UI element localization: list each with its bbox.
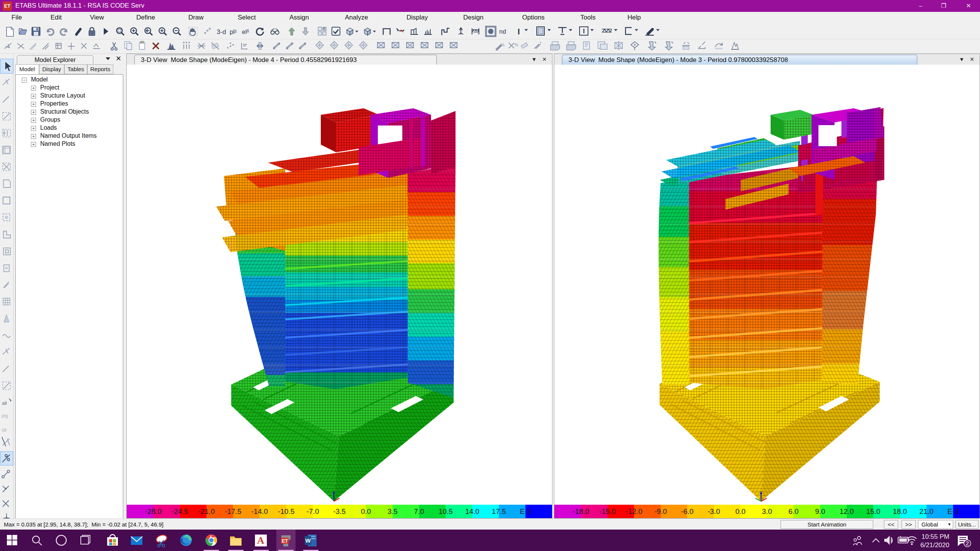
svg-text:nd: nd — [499, 28, 506, 35]
svg-text:-9.0: -9.0 — [654, 507, 667, 515]
svg-text:10.5: 10.5 — [439, 507, 453, 515]
svg-text:3.5: 3.5 — [387, 507, 397, 515]
svg-text:ET: ET — [282, 538, 288, 544]
svg-text:-24.5: -24.5 — [172, 507, 188, 515]
svg-text:-7.0: -7.0 — [307, 507, 319, 515]
svg-text:-15.0: -15.0 — [599, 507, 616, 515]
svg-text:-18.0: -18.0 — [573, 507, 589, 515]
svg-text:-3.5: -3.5 — [333, 507, 346, 515]
svg-text:-10.5: -10.5 — [278, 507, 294, 515]
svg-text:clr: clr — [2, 427, 7, 433]
svg-text:17.5: 17.5 — [492, 507, 506, 515]
svg-text:A: A — [257, 535, 265, 546]
svg-text:E-3: E-3 — [947, 507, 959, 515]
svg-text:0.0: 0.0 — [361, 507, 371, 515]
svg-text:-21.0: -21.0 — [198, 507, 215, 515]
svg-text:W: W — [305, 537, 311, 544]
svg-text:9.0: 9.0 — [815, 507, 825, 515]
svg-text:%: % — [514, 42, 518, 47]
svg-text:2: 2 — [966, 540, 969, 546]
svg-text:-3.0: -3.0 — [707, 507, 720, 515]
svg-text:-6.0: -6.0 — [681, 507, 694, 515]
svg-text:%: % — [501, 42, 505, 47]
svg-text:21.0: 21.0 — [920, 507, 934, 515]
svg-text:0.0: 0.0 — [735, 507, 745, 515]
svg-text:7.0: 7.0 — [414, 507, 424, 515]
svg-text:I: I — [583, 28, 585, 35]
svg-text:-28.0: -28.0 — [145, 507, 162, 515]
svg-text:-14.0: -14.0 — [252, 507, 268, 515]
svg-text:12.0: 12.0 — [840, 507, 854, 515]
svg-text:pl²: pl² — [230, 29, 237, 35]
svg-text:PS: PS — [2, 414, 8, 419]
svg-text:-17.5: -17.5 — [225, 507, 241, 515]
svg-text:10:55 PM: 10:55 PM — [921, 533, 949, 540]
svg-text:I: I — [518, 27, 520, 36]
svg-text:3.0: 3.0 — [762, 507, 772, 515]
svg-text:elᵟ: elᵟ — [242, 29, 249, 35]
svg-text:3-d: 3-d — [217, 28, 226, 36]
svg-text:14.0: 14.0 — [465, 507, 479, 515]
svg-text:-12.0: -12.0 — [626, 507, 642, 515]
svg-text:all: all — [2, 400, 7, 406]
svg-text:15.0: 15.0 — [866, 507, 880, 515]
svg-text:6.0: 6.0 — [789, 507, 799, 515]
svg-text:E-3: E-3 — [520, 507, 531, 515]
svg-text:18.0: 18.0 — [893, 507, 907, 515]
svg-text:6/21/2020: 6/21/2020 — [920, 541, 949, 549]
